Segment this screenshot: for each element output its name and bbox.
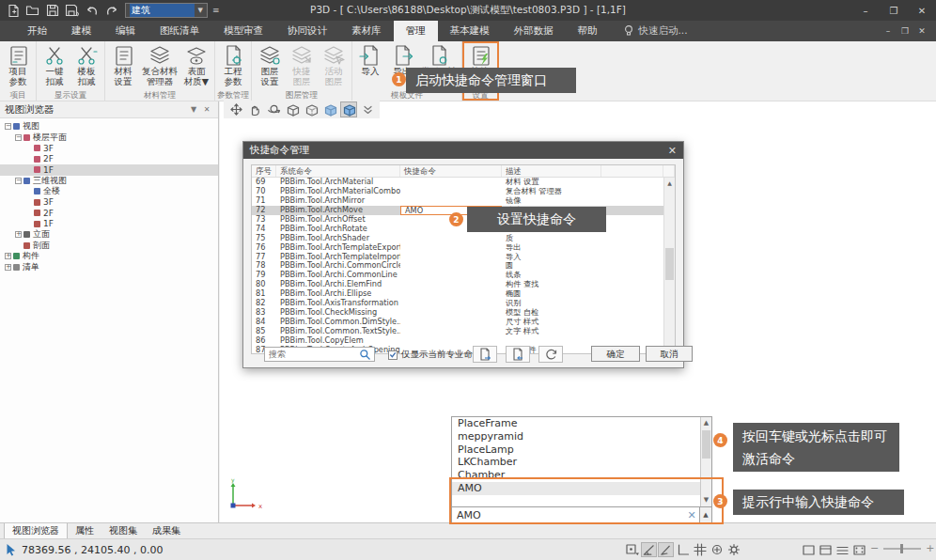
collapse-icon[interactable]: − [15,178,22,184]
table-row[interactable]: 75PBBim.Tool.ArchShader质 [252,234,675,243]
doc-restore-button[interactable]: ❐ [897,26,913,36]
tree-item-楼层平面[interactable]: −楼层平面 [0,132,218,144]
wire-cube-icon[interactable] [284,101,301,117]
zoom-slider[interactable]: − + [870,542,934,554]
tree-item-2F[interactable]: 2F [0,154,218,165]
tab-7[interactable]: 素材库 [339,21,394,41]
popup-scroll-down-icon[interactable]: ▼ [701,494,711,506]
zoom-out-icon[interactable]: − [870,542,879,554]
search-input[interactable] [265,350,359,359]
table-row[interactable]: 82PBBim.Tool.AxisTransformation识别 [252,299,675,308]
table-row[interactable]: 81PBBim.Tool.Archi.Ellipse椭圆 [252,289,675,299]
tree-item-全楼[interactable]: 全楼 [0,186,218,197]
quick-launch[interactable]: 快速启动... [623,21,688,41]
layer-settings-button[interactable]: 图层设置 [254,42,286,86]
col-header-system-command[interactable]: 系统命令 [276,165,400,177]
table-row[interactable]: 76PBBim.Tool.ArchTemplateExport导出 [252,243,675,253]
zoom-thumb[interactable] [900,544,903,553]
polar-tracking-icon[interactable] [641,542,657,557]
zoom-in-icon[interactable]: + [926,542,934,554]
table-row[interactable]: 77PBBim.Tool.ArchTemplateImport导入 [252,253,675,262]
tab-8[interactable]: 管理 [394,21,438,41]
expand-chevrons-icon[interactable] [359,101,376,117]
col-header-description[interactable]: 描述 [502,165,601,177]
table-row[interactable]: 80PBBim.Tool.Archi.ElemFind构件 查找 [252,280,675,289]
table-row[interactable]: 69PBBim.Tool.ArchMaterial材料 设置 [252,178,675,187]
bottom-tab-3[interactable]: 视图集 [101,523,145,538]
tree-item-2F[interactable]: 2F [0,208,218,219]
expand-icon[interactable]: + [5,264,11,271]
table-row[interactable]: 85PBBim.Tool.Common.TextStyle...文字 样式 [252,327,675,336]
tab-6[interactable]: 协同设计 [275,21,339,41]
tab-10[interactable]: 外部数据 [502,21,566,41]
project-params-button[interactable]: 项目参数 [2,42,34,86]
engineering-params-button[interactable]: 工程参数 [217,42,249,86]
tab-1[interactable]: 开始 [15,21,59,41]
shaded-cube-icon[interactable] [321,101,338,117]
expand-icon[interactable]: + [15,231,22,238]
filter-checkbox[interactable]: 仅显示当前专业命令 [388,349,482,361]
reset-button[interactable] [538,346,563,363]
tab-2[interactable]: 建模 [59,21,103,41]
tree-item-3F[interactable]: 3F [0,197,218,209]
material-settings-button[interactable]: 材料设置 [107,42,139,86]
minimize-button[interactable]: – [851,0,880,21]
save-icon[interactable] [44,3,60,18]
table-scrollbar[interactable]: ▲ ▼ [663,178,675,353]
popup-scroll-thumb[interactable] [702,430,710,459]
bottom-tab-2[interactable]: 属性 [68,523,101,538]
table-row[interactable]: 70PBBim.Tool.ArchMaterialCombo复合材料 管理器 [252,187,675,196]
open-file-icon[interactable] [24,3,40,18]
ortho-icon[interactable] [675,542,691,557]
bottom-tab-1[interactable]: 视图浏览器 [4,523,68,538]
popup-scrollbar[interactable]: ▲ ▼ [700,417,711,506]
tree-item-3F[interactable]: 3F [0,143,218,154]
table-row[interactable]: 84PBBim.Tool.Common.DimStyle...尺寸 样式 [252,318,675,327]
hidden-cube-icon[interactable] [303,101,320,117]
col-header-no[interactable]: 序号 [252,165,276,177]
undo-icon[interactable] [84,3,100,18]
list-item[interactable]: AMO [452,482,700,495]
new-file-icon[interactable] [5,3,21,18]
table-row[interactable]: 74PBBim.Tool.ArchRotate [252,225,675,234]
expand-icon[interactable]: + [5,253,11,259]
clear-input-icon[interactable]: ✕ [684,509,699,521]
list-item[interactable]: PlaceLamp [452,443,700,457]
redo-icon[interactable] [103,3,119,18]
angle-snap-icon[interactable] [658,542,674,557]
command-input[interactable] [452,509,684,521]
table-row[interactable]: 86PBBim.Tool.CopyElem [252,336,675,346]
pan-hand-icon[interactable] [246,101,263,117]
full-screen-icon[interactable] [851,542,867,557]
shaded-edges-cube-icon[interactable] [340,101,357,117]
table-row[interactable]: 73PBBim.Tool.ArchOffset偏移 [252,215,675,225]
panel-dropdown-icon[interactable]: ▼ [187,105,200,114]
dialog-title-bar[interactable]: 快捷命令管理 ✕ [243,142,683,159]
table-row[interactable]: 83PBBim.Tool.CheckMissing模型 自检 [252,308,675,318]
close-button[interactable]: ✕ [908,0,936,21]
export-file-button[interactable] [473,346,497,363]
slab-deduct-button[interactable]: 楼板扣减 [70,42,102,86]
one-key-deduct-button[interactable]: 一键扣减 [39,42,70,86]
tab-4[interactable]: 图纸清单 [148,21,211,41]
collapse-icon[interactable]: − [5,123,11,130]
col-header-shortcut[interactable]: 快捷命令 [400,165,502,177]
orbit-icon[interactable] [265,101,282,117]
discipline-combo[interactable]: 建筑 ▼ [125,3,208,18]
list-item[interactable]: Chamber [452,469,700,482]
object-snap-icon[interactable] [624,542,640,557]
point-style-icon[interactable] [709,542,725,557]
zoom-extents-icon[interactable] [227,101,244,117]
search-icon[interactable] [359,349,374,361]
table-row[interactable]: 79PBBim.Tool.Archi.CommonLine线条 [252,271,675,280]
save-as-icon[interactable] [64,3,80,18]
import-button[interactable]: 导入 [354,42,386,77]
split-window-icon[interactable] [818,542,834,557]
scroll-up-icon[interactable]: ▲ [664,178,675,188]
dialog-close-icon[interactable]: ✕ [668,145,677,157]
expand-list-icon[interactable]: ▲ [699,507,711,523]
list-item[interactable] [452,495,700,508]
tab-9[interactable]: 基本建模 [438,21,502,41]
zoom-track[interactable] [883,548,921,550]
list-item[interactable]: PlaceFrame [452,417,700,430]
